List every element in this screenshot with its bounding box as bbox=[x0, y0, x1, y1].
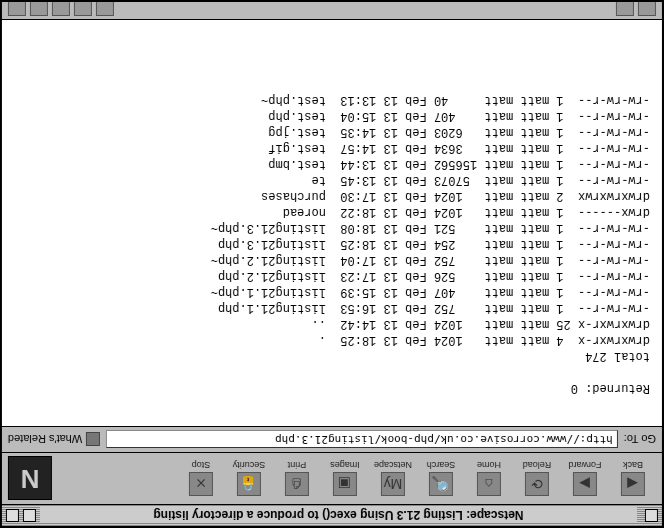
window-close-button[interactable] bbox=[645, 509, 658, 522]
window-collapse-button[interactable] bbox=[6, 509, 19, 522]
related-icon bbox=[86, 433, 100, 447]
netscape-label: Netscape bbox=[374, 461, 412, 471]
status-progress-icon bbox=[616, 1, 634, 17]
stop-icon: ⨯ bbox=[189, 473, 213, 497]
status-ab-icon[interactable] bbox=[52, 1, 70, 17]
window-titlebar: Netscape: Listing 21.3 Using exec() to p… bbox=[2, 504, 662, 526]
lock-icon: 🔒 bbox=[237, 473, 261, 497]
forward-icon: ▶ bbox=[573, 473, 597, 497]
status-lock-icon bbox=[638, 1, 656, 17]
whats-related-button[interactable]: What's Related bbox=[8, 433, 100, 447]
netscape-icon: My bbox=[381, 473, 405, 497]
security-label: Security bbox=[233, 461, 266, 471]
netscape-button[interactable]: My Netscape bbox=[370, 457, 416, 501]
back-label: Back bbox=[623, 461, 643, 471]
search-button[interactable]: 🔍 Search bbox=[418, 457, 464, 501]
reload-icon: ⟳ bbox=[525, 473, 549, 497]
status-mail-icon[interactable] bbox=[96, 1, 114, 17]
status-cal-icon[interactable] bbox=[8, 1, 26, 17]
forward-label: Forward bbox=[569, 461, 602, 471]
images-button[interactable]: ▣ Images bbox=[322, 457, 368, 501]
status-comp-icon[interactable] bbox=[30, 1, 48, 17]
print-icon: ⎙ bbox=[285, 473, 309, 497]
url-input[interactable] bbox=[106, 431, 618, 449]
page-content: Returned: 0 total 274 drwxrwxr-x 4 matt … bbox=[2, 20, 662, 426]
goto-label: Go To: bbox=[624, 434, 656, 446]
home-icon: ⌂ bbox=[477, 473, 501, 497]
home-button[interactable]: ⌂ Home bbox=[466, 457, 512, 501]
main-toolbar: ◀ Back ▶ Forward ⟳ Reload ⌂ Home 🔍 Searc… bbox=[2, 452, 662, 504]
window-zoom-button[interactable] bbox=[23, 509, 36, 522]
reload-button[interactable]: ⟳ Reload bbox=[514, 457, 560, 501]
back-icon: ◀ bbox=[621, 473, 645, 497]
search-icon: 🔍 bbox=[429, 473, 453, 497]
forward-button[interactable]: ▶ Forward bbox=[562, 457, 608, 501]
home-label: Home bbox=[477, 461, 501, 471]
print-label: Print bbox=[288, 461, 307, 471]
netscape-logo: N bbox=[8, 457, 52, 501]
images-label: Images bbox=[330, 461, 360, 471]
security-button[interactable]: 🔒 Security bbox=[226, 457, 272, 501]
reload-label: Reload bbox=[523, 461, 552, 471]
window-title: Netscape: Listing 21.3 Using exec() to p… bbox=[40, 508, 637, 524]
search-label: Search bbox=[427, 461, 456, 471]
images-icon: ▣ bbox=[333, 473, 357, 497]
stop-button[interactable]: ⨯ Stop bbox=[178, 457, 224, 501]
print-button[interactable]: ⎙ Print bbox=[274, 457, 320, 501]
location-bar: Go To: What's Related bbox=[2, 426, 662, 452]
status-bar bbox=[2, 0, 662, 20]
related-label: What's Related bbox=[8, 434, 82, 446]
status-news-icon[interactable] bbox=[74, 1, 92, 17]
stop-label: Stop bbox=[192, 461, 211, 471]
back-button[interactable]: ◀ Back bbox=[610, 457, 656, 501]
